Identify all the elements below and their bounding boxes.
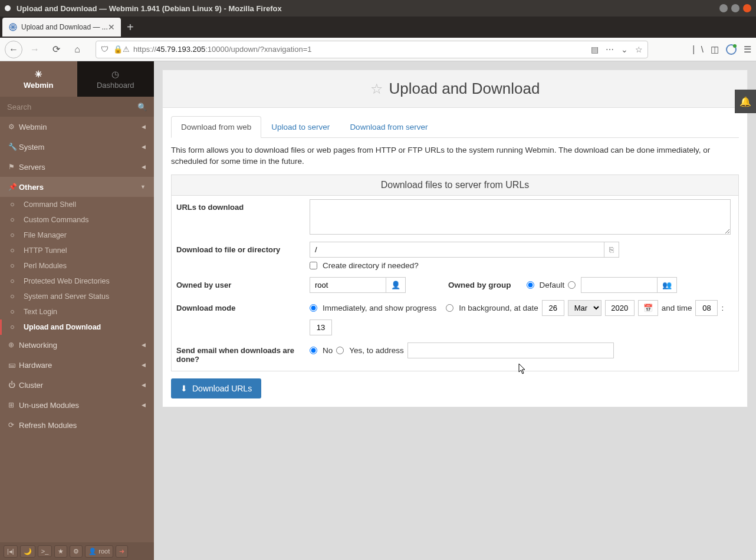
browser-tab[interactable]: Upload and Download — ... ✕ <box>2 18 121 37</box>
tab-upload-to-server[interactable]: Upload to server <box>261 116 340 138</box>
sidebar-item-networking[interactable]: ⊕Networking◀ <box>0 335 154 355</box>
mode-background-input[interactable] <box>446 304 453 312</box>
wrench-icon: 🔧 <box>8 143 19 151</box>
download-urls-button[interactable]: ⬇ Download URLs <box>171 378 261 398</box>
group-default-input[interactable] <box>527 281 534 289</box>
email-no-radio[interactable]: No <box>310 346 333 355</box>
sidebar-tab-label: Dashboard <box>97 81 134 90</box>
notification-button[interactable]: 🔔 <box>735 90 756 113</box>
settings-button[interactable]: ⚙ <box>70 545 83 558</box>
webmin-icon: ✳ <box>35 69 42 80</box>
menu-icon[interactable]: ☰ <box>744 44 751 55</box>
url-host: 45.79.193.205 <box>156 45 205 54</box>
bullet-icon <box>11 279 14 283</box>
group-default-radio[interactable]: Default <box>527 281 565 289</box>
url-bar[interactable]: 🛡 🔒⚠ https://45.79.193.205:10000/updown/… <box>96 41 648 58</box>
sidebar-item-webmin[interactable]: ⚙Webmin◀ <box>0 117 154 137</box>
create-dir-input[interactable] <box>310 262 317 269</box>
tab-close-icon[interactable]: ✕ <box>108 22 115 32</box>
user-button[interactable]: 👤 root <box>85 545 113 558</box>
group-picker-button[interactable]: 👥 <box>658 277 677 293</box>
forward-button[interactable]: → <box>26 41 44 58</box>
chevron-left-icon: ◀ <box>142 124 146 130</box>
window-close-button[interactable] <box>743 4 751 12</box>
bell-icon: 🔔 <box>739 96 751 107</box>
sidebar-subitem-perl-modules[interactable]: Perl Modules <box>0 258 154 274</box>
sidebar-item-unused-modules[interactable]: ⊞Un-used Modules◀ <box>0 395 154 415</box>
bullet-icon <box>11 310 14 314</box>
create-dir-checkbox[interactable]: Create directory if needed? <box>310 261 419 270</box>
mode-immediate-label: Immediately, and show progress <box>323 304 436 312</box>
browse-files-button[interactable]: ⎘ <box>604 242 619 258</box>
owner-group-input[interactable] <box>581 277 658 293</box>
new-tab-button[interactable]: + <box>121 18 140 37</box>
email-yes-input[interactable] <box>336 347 344 354</box>
bullet-icon <box>11 295 14 298</box>
collapse-sidebar-button[interactable]: |◂| <box>4 545 18 558</box>
reload-button[interactable]: ⟳ <box>47 41 65 58</box>
group-custom-input[interactable] <box>568 281 576 289</box>
night-mode-button[interactable]: 🌙 <box>20 545 35 558</box>
calendar-button[interactable]: 📅 <box>638 300 658 316</box>
mode-immediate-input[interactable] <box>310 304 317 312</box>
group-custom-radio[interactable] <box>568 281 577 289</box>
sidebar-subitem-http-tunnel[interactable]: HTTP Tunnel <box>0 243 154 258</box>
back-button[interactable]: ← <box>5 41 22 58</box>
sidebar-item-hardware[interactable]: 🖴Hardware◀ <box>0 355 154 375</box>
bookmark-star-icon[interactable]: ☆ <box>635 45 643 54</box>
label-email: Send email when downloads are done? <box>174 342 310 367</box>
sidebar-subitem-file-manager[interactable]: File Manager <box>0 228 154 243</box>
sidebar-subitem-custom-commands[interactable]: Custom Commands <box>0 212 154 228</box>
date-year-input[interactable] <box>605 300 635 316</box>
star-icon[interactable]: ☆ <box>370 81 383 97</box>
terminal-button[interactable]: >_ <box>38 545 52 557</box>
window-minimize-button[interactable] <box>719 4 728 12</box>
sidebar-tab-dashboard[interactable]: ◷ Dashboard <box>77 61 155 97</box>
logout-button[interactable]: ➜ <box>116 545 128 558</box>
sidebar-subitem-upload-download[interactable]: Upload and Download <box>0 319 154 335</box>
url-prefix: https:// <box>133 45 156 54</box>
sidebar-item-cluster[interactable]: ⏻Cluster◀ <box>0 375 154 395</box>
download-form: Download files to server from URLs URLs … <box>171 174 739 371</box>
sidebar-subitem-system-server-status[interactable]: System and Server Status <box>0 289 154 304</box>
sidebar-item-others[interactable]: 📌Others▼ <box>0 177 154 197</box>
user-picker-button[interactable]: 👤 <box>386 277 406 293</box>
account-icon[interactable] <box>726 44 737 55</box>
time-hour-input[interactable] <box>695 300 718 316</box>
home-button[interactable]: ⌂ <box>68 41 86 58</box>
email-address-input[interactable] <box>407 342 614 358</box>
mode-immediate-radio[interactable]: Immediately, and show progress <box>310 304 436 312</box>
favorites-button[interactable]: ★ <box>54 545 67 558</box>
sidebar-item-system[interactable]: 🔧System◀ <box>0 137 154 157</box>
date-day-input[interactable] <box>542 300 564 316</box>
library-icon[interactable]: ⎹⎸\ <box>686 44 704 55</box>
time-min-input[interactable] <box>310 319 332 335</box>
window-maximize-button[interactable] <box>731 4 739 12</box>
sidebar-item-refresh-modules[interactable]: ⟳Refresh Modules <box>0 415 154 435</box>
sidebar-subitem-protected-web-directories[interactable]: Protected Web Directories <box>0 274 154 289</box>
date-month-select[interactable]: Mar <box>568 300 601 316</box>
sidebar-search-input[interactable] <box>7 103 137 111</box>
directory-input[interactable] <box>310 242 604 258</box>
urls-textarea[interactable] <box>310 199 731 235</box>
tab-download-from-web[interactable]: Download from web <box>171 116 261 138</box>
email-yes-radio[interactable]: Yes, to address <box>336 346 404 355</box>
page-title: Upload and Download <box>389 80 540 98</box>
sidebar-search[interactable]: 🔍 <box>0 97 154 117</box>
page-actions-icon[interactable]: ⋯ <box>606 45 614 54</box>
grid-icon: ⊞ <box>8 401 19 409</box>
sidebar-tab-webmin[interactable]: ✳ Webmin <box>0 61 77 97</box>
sidebar-subitem-text-login[interactable]: Text Login <box>0 304 154 319</box>
sidebar-item-servers[interactable]: ⚑Servers◀ <box>0 157 154 177</box>
reader-mode-icon[interactable]: ▤ <box>591 45 599 54</box>
user-label: root <box>98 548 110 555</box>
email-no-input[interactable] <box>310 347 317 354</box>
download-button-label: Download URLs <box>192 384 252 393</box>
mode-background-radio[interactable]: In background, at date <box>446 304 538 312</box>
sidebar-toggle-icon[interactable]: ◫ <box>711 44 719 55</box>
tab-download-from-server[interactable]: Download from server <box>340 116 438 138</box>
owner-user-input[interactable] <box>310 277 386 293</box>
pocket-icon[interactable]: ⌄ <box>621 45 628 54</box>
email-yes-label: Yes, to address <box>349 346 404 355</box>
sidebar-subitem-command-shell[interactable]: Command Shell <box>0 197 154 212</box>
